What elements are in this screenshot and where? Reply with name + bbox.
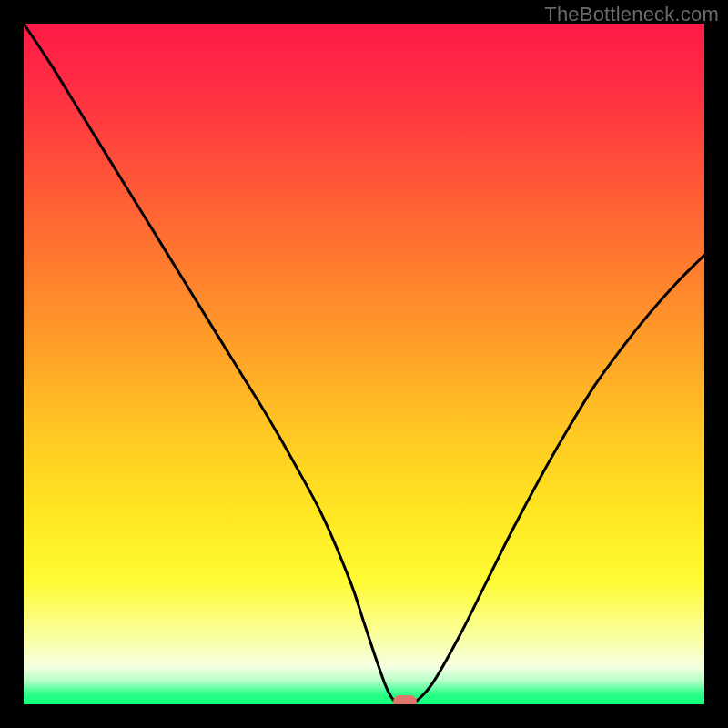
gradient-background [24,24,704,704]
watermark-text: TheBottleneck.com [544,3,719,26]
plot-area [24,24,704,704]
svg-rect-0 [24,24,704,704]
optimum-marker [393,695,417,704]
chart-container: TheBottleneck.com [0,0,728,728]
